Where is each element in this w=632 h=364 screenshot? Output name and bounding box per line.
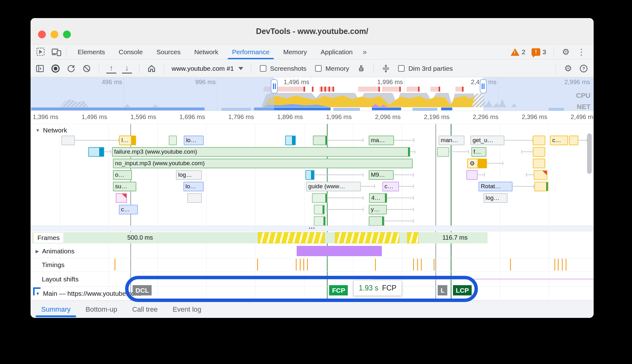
- network-request-bar[interactable]: [285, 136, 296, 145]
- network-request-bar[interactable]: ma…: [369, 136, 394, 145]
- reload-icon[interactable]: [66, 64, 76, 74]
- network-request-bar[interactable]: c…: [119, 205, 138, 214]
- tab-performance[interactable]: Performance: [225, 45, 276, 59]
- bottom-tab-call-tree[interactable]: Call tree: [125, 301, 165, 318]
- network-request-bar[interactable]: l…: [119, 136, 136, 145]
- network-request-bar[interactable]: [466, 170, 478, 180]
- network-request-bar[interactable]: lo…: [183, 182, 204, 191]
- network-scrollbar[interactable]: [587, 133, 592, 174]
- tab-network[interactable]: Network: [187, 45, 225, 59]
- disclosure-closed-icon[interactable]: ▶: [36, 249, 39, 254]
- network-request-bar[interactable]: guide (www…: [306, 182, 361, 191]
- dim-3rd-parties-checkbox[interactable]: Dim 3rd parties: [398, 65, 453, 72]
- network-request-bar[interactable]: [314, 216, 326, 226]
- timing-mark[interactable]: [114, 259, 115, 271]
- frames-track[interactable]: Frames 500.0 ms 116.7 ms: [31, 231, 594, 244]
- network-request-bar[interactable]: su…: [113, 182, 136, 191]
- network-track-header[interactable]: ▼ Network: [36, 127, 67, 134]
- download-profile-icon[interactable]: ↓: [122, 64, 132, 74]
- help-icon[interactable]: ?: [579, 64, 589, 74]
- network-request-bar[interactable]: Rotat…: [479, 182, 512, 191]
- network-request-bar[interactable]: [116, 193, 127, 203]
- animation-bar[interactable]: [297, 246, 382, 256]
- collapse-icon[interactable]: [381, 64, 391, 74]
- network-request-bar[interactable]: man…: [439, 136, 464, 145]
- bottom-tab-summary[interactable]: Summary: [34, 301, 78, 318]
- partially-presented-frame-block[interactable]: [407, 232, 418, 243]
- warnings-indicator[interactable]: 2: [511, 48, 525, 56]
- memory-checkbox[interactable]: Memory: [315, 65, 349, 72]
- network-request-bar[interactable]: [169, 136, 177, 145]
- tab-elements[interactable]: Elements: [71, 45, 112, 59]
- network-request-bar[interactable]: get_u…: [470, 136, 505, 145]
- timing-mark[interactable]: [413, 259, 414, 271]
- animations-track[interactable]: ▶ Animations: [31, 244, 594, 258]
- network-request-bar[interactable]: [61, 136, 75, 145]
- network-request-bar[interactable]: [305, 170, 314, 180]
- timing-mark[interactable]: [562, 259, 563, 271]
- network-request-bar[interactable]: [187, 193, 202, 203]
- network-request-bar[interactable]: [569, 136, 578, 145]
- network-request-bar[interactable]: [88, 147, 104, 157]
- disclosure-open-icon[interactable]: ▼: [36, 291, 40, 296]
- network-request-bar[interactable]: [534, 182, 548, 191]
- timing-mark[interactable]: [300, 259, 301, 271]
- network-request-bar[interactable]: [314, 205, 324, 214]
- network-request-bar[interactable]: [533, 159, 545, 168]
- network-track[interactable]: ▼ Network l…lo…ma…man…get_u…c…failure.mp…: [31, 124, 594, 226]
- timing-mark[interactable]: [257, 259, 258, 271]
- network-request-bar[interactable]: f…: [471, 147, 487, 157]
- network-request-bar[interactable]: [533, 136, 545, 145]
- home-icon[interactable]: [147, 64, 157, 74]
- tab-application[interactable]: Application: [314, 45, 360, 59]
- overview-right-handle[interactable]: [480, 79, 487, 93]
- record-icon[interactable]: [51, 64, 61, 74]
- network-request-bar[interactable]: M9…: [369, 170, 394, 180]
- timing-mark[interactable]: [566, 259, 566, 271]
- more-vertical-icon[interactable]: ⋮: [573, 47, 589, 57]
- clear-icon[interactable]: [82, 64, 92, 74]
- timing-mark[interactable]: [554, 259, 555, 271]
- timing-mark[interactable]: [434, 259, 435, 271]
- network-request-bar[interactable]: ⚙ …: [467, 159, 487, 168]
- network-request-bar[interactable]: [534, 170, 547, 180]
- partially-presented-frame-block[interactable]: [258, 232, 324, 243]
- inspect-element-icon[interactable]: [36, 47, 46, 57]
- tab-memory[interactable]: Memory: [276, 45, 314, 59]
- history-select[interactable]: www.youtube.com #1: [172, 65, 243, 72]
- network-request-bar[interactable]: [533, 147, 545, 157]
- gear-icon[interactable]: ⚙: [558, 47, 573, 57]
- bottom-tab-event-log[interactable]: Event log: [165, 301, 209, 318]
- device-toolbar-icon[interactable]: [51, 47, 62, 57]
- bottom-tab-bottom-up[interactable]: Bottom-up: [78, 301, 125, 318]
- timing-mark[interactable]: [510, 259, 511, 271]
- screenshots-checkbox[interactable]: Screenshots: [260, 65, 307, 72]
- timing-mark[interactable]: [303, 259, 304, 271]
- timing-mark[interactable]: [307, 259, 308, 271]
- timing-mark[interactable]: [558, 259, 559, 271]
- network-request-bar[interactable]: [437, 147, 449, 157]
- gc-brush-icon[interactable]: [356, 64, 366, 74]
- panel-left-icon[interactable]: [35, 64, 45, 74]
- track-splitter[interactable]: •••: [31, 226, 594, 231]
- timeline-overview[interactable]: CPU NET 496 ms996 ms1,496 ms1,996 ms2,49…: [31, 77, 594, 111]
- issues-indicator[interactable]: ! 3: [532, 48, 546, 56]
- network-request-bar[interactable]: log…: [484, 193, 508, 203]
- network-request-bar[interactable]: [313, 136, 328, 145]
- capture-settings-gear-icon[interactable]: ⚙: [563, 64, 573, 74]
- network-request-bar[interactable]: failure.mp3 (www.youtube.com): [112, 147, 410, 157]
- network-request-bar[interactable]: log…: [176, 170, 202, 180]
- network-request-bar[interactable]: [369, 216, 384, 226]
- upload-profile-icon[interactable]: ↑: [106, 64, 116, 74]
- timing-mark[interactable]: [421, 259, 422, 271]
- network-request-bar[interactable]: lo…: [184, 136, 204, 145]
- network-request-bar[interactable]: y…: [369, 205, 387, 214]
- timing-mark[interactable]: [296, 259, 297, 271]
- overview-left-handle[interactable]: [271, 79, 278, 93]
- network-request-bar[interactable]: 4…: [369, 193, 387, 203]
- timings-track[interactable]: Timings: [31, 258, 594, 272]
- network-request-bar[interactable]: o…: [113, 170, 132, 180]
- partially-presented-frame-block[interactable]: [335, 232, 400, 243]
- tab-console[interactable]: Console: [112, 45, 150, 59]
- disclosure-open-icon[interactable]: ▼: [36, 128, 40, 133]
